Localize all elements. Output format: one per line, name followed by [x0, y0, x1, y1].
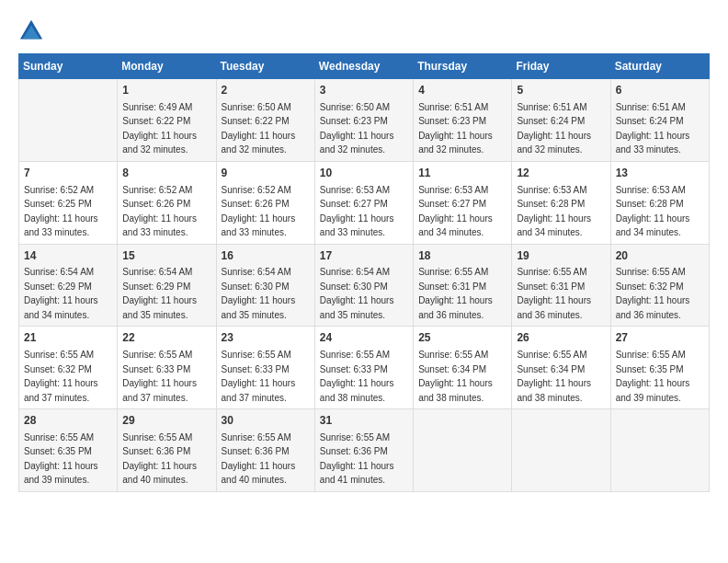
calendar-cell: 7Sunrise: 6:52 AM Sunset: 6:25 PM Daylig… — [19, 161, 118, 244]
calendar-cell — [610, 409, 709, 492]
day-number: 29 — [122, 413, 210, 429]
day-number: 28 — [24, 413, 112, 429]
col-header-wednesday: Wednesday — [314, 54, 413, 79]
day-info: Sunrise: 6:53 AM Sunset: 6:28 PM Dayligh… — [517, 185, 591, 238]
day-number: 4 — [418, 83, 506, 98]
day-info: Sunrise: 6:53 AM Sunset: 6:27 PM Dayligh… — [320, 185, 394, 238]
day-info: Sunrise: 6:55 AM Sunset: 6:33 PM Dayligh… — [122, 350, 197, 403]
day-info: Sunrise: 6:52 AM Sunset: 6:26 PM Dayligh… — [222, 185, 296, 238]
day-info: Sunrise: 6:54 AM Sunset: 6:30 PM Dayligh… — [222, 267, 296, 320]
day-number: 2 — [222, 83, 310, 98]
calendar-cell — [512, 409, 610, 492]
calendar-week-row: 7Sunrise: 6:52 AM Sunset: 6:25 PM Daylig… — [19, 161, 710, 244]
day-info: Sunrise: 6:55 AM Sunset: 6:36 PM Dayligh… — [122, 432, 197, 486]
day-number: 13 — [616, 166, 704, 181]
day-info: Sunrise: 6:51 AM Sunset: 6:23 PM Dayligh… — [418, 102, 493, 155]
calendar-cell: 12Sunrise: 6:53 AM Sunset: 6:28 PM Dayli… — [512, 161, 610, 244]
day-number: 26 — [517, 330, 605, 346]
day-info: Sunrise: 6:55 AM Sunset: 6:31 PM Dayligh… — [517, 267, 591, 320]
day-info: Sunrise: 6:55 AM Sunset: 6:34 PM Dayligh… — [517, 350, 591, 403]
calendar-cell — [19, 79, 118, 162]
day-number: 7 — [24, 166, 112, 181]
calendar-cell: 4Sunrise: 6:51 AM Sunset: 6:23 PM Daylig… — [414, 79, 512, 162]
day-info: Sunrise: 6:52 AM Sunset: 6:25 PM Dayligh… — [24, 185, 98, 238]
day-number: 12 — [517, 166, 605, 181]
day-number: 10 — [320, 166, 408, 181]
calendar-cell: 21Sunrise: 6:55 AM Sunset: 6:32 PM Dayli… — [19, 327, 118, 409]
calendar-cell: 5Sunrise: 6:51 AM Sunset: 6:24 PM Daylig… — [512, 79, 610, 162]
day-info: Sunrise: 6:55 AM Sunset: 6:31 PM Dayligh… — [418, 267, 493, 320]
calendar-cell: 17Sunrise: 6:54 AM Sunset: 6:30 PM Dayli… — [314, 244, 413, 327]
day-info: Sunrise: 6:55 AM Sunset: 6:32 PM Dayligh… — [616, 267, 690, 320]
day-number: 31 — [320, 413, 408, 429]
calendar-cell: 2Sunrise: 6:50 AM Sunset: 6:22 PM Daylig… — [216, 79, 314, 162]
day-number: 16 — [222, 248, 310, 264]
day-number: 25 — [418, 330, 506, 346]
day-info: Sunrise: 6:54 AM Sunset: 6:29 PM Dayligh… — [24, 267, 98, 320]
day-info: Sunrise: 6:55 AM Sunset: 6:33 PM Dayligh… — [320, 350, 394, 403]
page: SundayMondayTuesdayWednesdayThursdayFrid… — [0, 0, 728, 563]
calendar-cell: 29Sunrise: 6:55 AM Sunset: 6:36 PM Dayli… — [118, 409, 216, 492]
day-number: 21 — [24, 330, 112, 346]
day-info: Sunrise: 6:55 AM Sunset: 6:34 PM Dayligh… — [418, 350, 493, 403]
calendar-cell: 19Sunrise: 6:55 AM Sunset: 6:31 PM Dayli… — [512, 244, 610, 327]
col-header-friday: Friday — [512, 54, 610, 79]
calendar-cell: 23Sunrise: 6:55 AM Sunset: 6:33 PM Dayli… — [216, 327, 314, 409]
col-header-thursday: Thursday — [414, 54, 512, 79]
col-header-monday: Monday — [118, 54, 216, 79]
day-info: Sunrise: 6:53 AM Sunset: 6:28 PM Dayligh… — [616, 185, 690, 238]
day-info: Sunrise: 6:55 AM Sunset: 6:35 PM Dayligh… — [616, 350, 690, 403]
calendar-cell: 15Sunrise: 6:54 AM Sunset: 6:29 PM Dayli… — [118, 244, 216, 327]
day-number: 23 — [222, 330, 310, 346]
day-info: Sunrise: 6:54 AM Sunset: 6:29 PM Dayligh… — [122, 267, 197, 320]
calendar-cell: 25Sunrise: 6:55 AM Sunset: 6:34 PM Dayli… — [414, 327, 512, 409]
calendar-week-row: 14Sunrise: 6:54 AM Sunset: 6:29 PM Dayli… — [19, 244, 710, 327]
day-info: Sunrise: 6:50 AM Sunset: 6:23 PM Dayligh… — [320, 102, 394, 155]
day-number: 6 — [616, 83, 704, 98]
day-info: Sunrise: 6:53 AM Sunset: 6:27 PM Dayligh… — [418, 185, 493, 238]
day-info: Sunrise: 6:55 AM Sunset: 6:35 PM Dayligh… — [24, 432, 98, 486]
day-number: 30 — [222, 413, 310, 429]
calendar-cell: 20Sunrise: 6:55 AM Sunset: 6:32 PM Dayli… — [610, 244, 709, 327]
calendar-cell: 18Sunrise: 6:55 AM Sunset: 6:31 PM Dayli… — [414, 244, 512, 327]
calendar-cell: 9Sunrise: 6:52 AM Sunset: 6:26 PM Daylig… — [216, 161, 314, 244]
day-number: 18 — [418, 248, 506, 264]
day-number: 9 — [222, 166, 310, 181]
col-header-tuesday: Tuesday — [216, 54, 314, 79]
day-number: 5 — [517, 83, 605, 98]
calendar-cell: 16Sunrise: 6:54 AM Sunset: 6:30 PM Dayli… — [216, 244, 314, 327]
calendar-cell: 13Sunrise: 6:53 AM Sunset: 6:28 PM Dayli… — [610, 161, 709, 244]
day-info: Sunrise: 6:55 AM Sunset: 6:32 PM Dayligh… — [24, 350, 98, 403]
calendar-cell: 30Sunrise: 6:55 AM Sunset: 6:36 PM Dayli… — [216, 409, 314, 492]
day-number: 15 — [122, 248, 210, 264]
day-number: 20 — [616, 248, 704, 264]
calendar-week-row: 21Sunrise: 6:55 AM Sunset: 6:32 PM Dayli… — [19, 327, 710, 409]
day-info: Sunrise: 6:55 AM Sunset: 6:36 PM Dayligh… — [222, 432, 296, 486]
day-number: 27 — [616, 330, 704, 346]
calendar-cell — [414, 409, 512, 492]
day-info: Sunrise: 6:50 AM Sunset: 6:22 PM Dayligh… — [222, 102, 296, 155]
calendar-cell: 31Sunrise: 6:55 AM Sunset: 6:36 PM Dayli… — [314, 409, 413, 492]
day-number: 19 — [517, 248, 605, 264]
day-number: 22 — [122, 330, 210, 346]
calendar-cell: 14Sunrise: 6:54 AM Sunset: 6:29 PM Dayli… — [19, 244, 118, 327]
day-info: Sunrise: 6:51 AM Sunset: 6:24 PM Dayligh… — [517, 102, 591, 155]
calendar-cell: 8Sunrise: 6:52 AM Sunset: 6:26 PM Daylig… — [118, 161, 216, 244]
calendar-table: SundayMondayTuesdayWednesdayThursdayFrid… — [18, 53, 710, 492]
calendar-cell: 10Sunrise: 6:53 AM Sunset: 6:27 PM Dayli… — [314, 161, 413, 244]
day-info: Sunrise: 6:52 AM Sunset: 6:26 PM Dayligh… — [122, 185, 197, 238]
logo — [18, 18, 48, 44]
day-info: Sunrise: 6:54 AM Sunset: 6:30 PM Dayligh… — [320, 267, 394, 320]
calendar-cell: 24Sunrise: 6:55 AM Sunset: 6:33 PM Dayli… — [314, 327, 413, 409]
calendar-cell: 11Sunrise: 6:53 AM Sunset: 6:27 PM Dayli… — [414, 161, 512, 244]
calendar-cell: 27Sunrise: 6:55 AM Sunset: 6:35 PM Dayli… — [610, 327, 709, 409]
day-number: 1 — [122, 83, 210, 98]
day-number: 24 — [320, 330, 408, 346]
logo-icon — [18, 18, 44, 44]
day-info: Sunrise: 6:49 AM Sunset: 6:22 PM Dayligh… — [122, 102, 197, 155]
col-header-saturday: Saturday — [610, 54, 709, 79]
calendar-cell: 28Sunrise: 6:55 AM Sunset: 6:35 PM Dayli… — [19, 409, 118, 492]
calendar-header-row: SundayMondayTuesdayWednesdayThursdayFrid… — [19, 54, 710, 79]
day-info: Sunrise: 6:55 AM Sunset: 6:33 PM Dayligh… — [222, 350, 296, 403]
day-info: Sunrise: 6:51 AM Sunset: 6:24 PM Dayligh… — [616, 102, 690, 155]
